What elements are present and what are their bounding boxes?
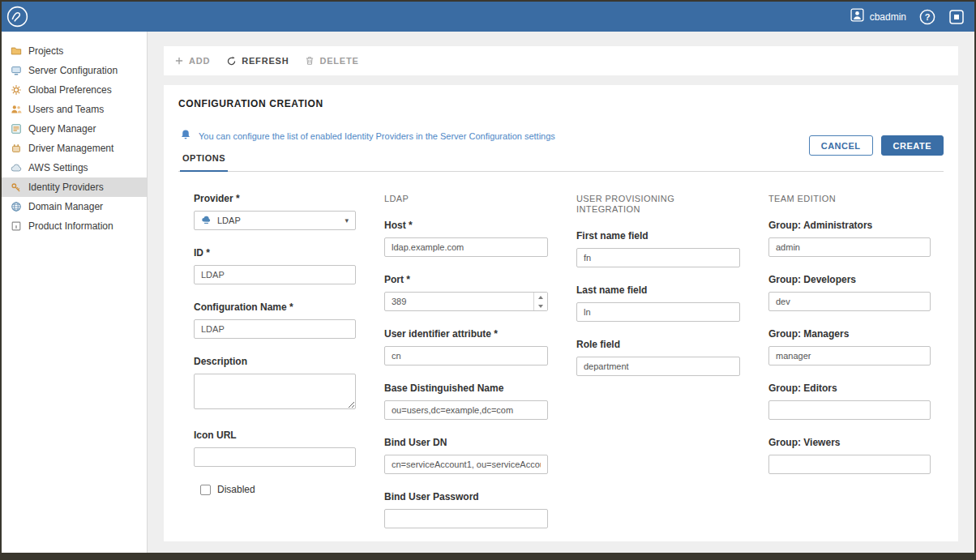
sidebar-item-label: Users and Teams [28, 104, 104, 115]
main-content: ADD REFRESH DELETE CONFIGURATION CREATIO… [148, 32, 974, 553]
tab-bar: OPTIONS [178, 153, 944, 172]
field-description: Description [194, 356, 356, 413]
description-textarea[interactable] [194, 374, 356, 409]
provider-select[interactable]: LDAP ▾ [194, 211, 356, 230]
ldap-section-title: LDAP [384, 194, 548, 204]
group-administrators-input[interactable] [768, 237, 931, 257]
sidebar-item-label: AWS Settings [28, 162, 88, 173]
configuration-name-input[interactable] [194, 319, 356, 339]
sidebar-item-users-and-teams[interactable]: Users and Teams [2, 100, 147, 119]
panel-title: CONFIGURATION CREATION [178, 98, 944, 109]
field-group-developers: Group: Developers [768, 274, 931, 311]
sidebar-item-global-preferences[interactable]: Global Preferences [2, 80, 147, 100]
user-identifier-attribute-label: User identifier attribute * [384, 328, 548, 340]
tab-options[interactable]: OPTIONS [180, 153, 228, 172]
sidebar-item-projects[interactable]: Projects [2, 41, 147, 61]
field-group-editors: Group: Editors [768, 383, 931, 420]
role-field-label: Role field [576, 339, 740, 350]
group-developers-input[interactable] [768, 292, 931, 311]
team-edition-column: TEAM EDITION Group: Administrators Group… [768, 193, 931, 491]
field-icon-url: Icon URL [194, 430, 356, 467]
window-bottom-border [2, 553, 974, 558]
sidebar-item-label: Domain Manager [28, 201, 103, 212]
help-button[interactable]: ? [919, 9, 935, 25]
disabled-checkbox[interactable] [200, 485, 211, 495]
query-manager-icon [10, 123, 22, 135]
chevron-up-icon [538, 296, 543, 299]
port-stepper[interactable] [533, 293, 547, 310]
add-button[interactable]: ADD [174, 56, 210, 66]
group-editors-input[interactable] [768, 400, 931, 420]
info-icon [10, 220, 22, 233]
id-input[interactable] [194, 265, 356, 284]
key-icon [10, 182, 22, 194]
field-last-name: Last name field [576, 284, 740, 322]
create-button[interactable]: CREATE [881, 135, 944, 156]
toolbar: ADD REFRESH DELETE [164, 46, 958, 75]
group-managers-input[interactable] [768, 346, 931, 365]
bind-user-password-input[interactable] [384, 509, 548, 528]
id-label: ID * [194, 247, 356, 259]
globe-icon [10, 201, 22, 213]
port-input[interactable] [384, 292, 548, 311]
sidebar-item-identity-providers[interactable]: Identity Providers [2, 177, 147, 197]
user-identifier-attribute-input[interactable] [384, 346, 548, 365]
user-menu-button[interactable]: cbadmin [850, 8, 906, 25]
sidebar-item-label: Query Manager [28, 123, 96, 135]
group-viewers-input[interactable] [768, 455, 931, 474]
sidebar-item-driver-management[interactable]: Driver Management [2, 139, 147, 158]
base-distinguished-name-input[interactable] [384, 400, 548, 420]
sidebar-item-label: Identity Providers [28, 182, 104, 193]
provider-selected-value: LDAP [217, 216, 241, 225]
refresh-icon [226, 56, 237, 66]
first-name-field-input[interactable] [576, 248, 740, 267]
field-host: Host * [384, 220, 548, 257]
settings-button[interactable] [948, 9, 965, 25]
group-editors-label: Group: Editors [768, 383, 931, 394]
field-group-administrators: Group: Administrators [768, 220, 931, 257]
topbar-actions: cbadmin ? [850, 8, 965, 25]
port-stepper-up[interactable] [534, 293, 547, 301]
field-user-identifier-attribute: User identifier attribute * [384, 328, 548, 365]
server-configuration-icon [10, 65, 22, 77]
sidebar-item-label: Global Preferences [28, 84, 112, 96]
plus-icon [174, 56, 184, 66]
field-bind-user-dn: Bind User DN [384, 437, 548, 474]
bind-user-dn-input[interactable] [384, 455, 548, 474]
delete-button[interactable]: DELETE [305, 56, 358, 66]
ldap-column: LDAP Host * Port * [384, 193, 548, 541]
sidebar-item-label: Product Information [28, 220, 113, 232]
username-label: cbadmin [870, 11, 906, 23]
delete-button-label: DELETE [319, 56, 358, 66]
sidebar-item-label: Server Configuration [28, 65, 118, 76]
field-bind-user-password: Bind User Password [384, 491, 548, 528]
field-first-name: First name field [576, 230, 740, 267]
chevron-down-icon: ▾ [345, 216, 349, 224]
group-managers-label: Group: Managers [768, 328, 931, 340]
cancel-button[interactable]: CANCEL [809, 135, 873, 156]
icon-url-label: Icon URL [194, 430, 356, 441]
field-base-distinguished-name: Base Distinguished Name [384, 383, 548, 420]
configuration-form: Provider * LDAP ▾ ID * [178, 193, 944, 541]
sidebar-item-product-information[interactable]: Product Information [2, 216, 147, 236]
sidebar-item-server-configuration[interactable]: Server Configuration [2, 61, 147, 80]
host-input[interactable] [384, 237, 548, 257]
last-name-field-label: Last name field [576, 284, 740, 296]
last-name-field-input[interactable] [576, 302, 740, 322]
sidebar-item-label: Projects [28, 45, 63, 57]
configuration-name-label: Configuration Name * [194, 301, 356, 313]
icon-url-input[interactable] [194, 447, 356, 467]
description-label: Description [194, 356, 356, 367]
disabled-option: Disabled [200, 484, 356, 495]
sidebar: Projects Server Configuration Global Pre… [2, 32, 148, 553]
sidebar-item-domain-manager[interactable]: Domain Manager [2, 197, 147, 216]
refresh-button[interactable]: REFRESH [226, 56, 289, 66]
users-icon [10, 104, 22, 116]
sidebar-item-aws-settings[interactable]: AWS Settings [2, 158, 147, 177]
sidebar-item-query-manager[interactable]: Query Manager [2, 119, 147, 139]
port-stepper-down[interactable] [534, 301, 547, 310]
team-edition-section-title: TEAM EDITION [768, 194, 931, 204]
first-name-field-label: First name field [576, 230, 740, 242]
role-field-input[interactable] [576, 357, 740, 376]
info-message-text: You can configure the list of enabled Id… [199, 131, 555, 141]
